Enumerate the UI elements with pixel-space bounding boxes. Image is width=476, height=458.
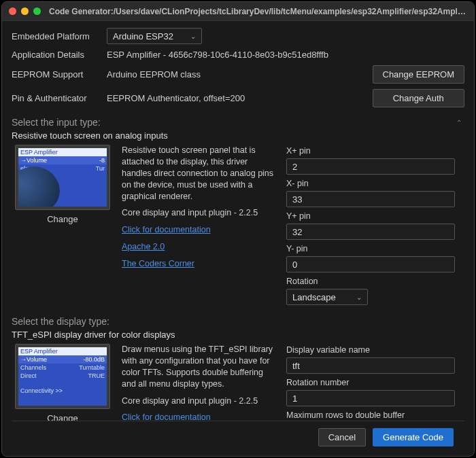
plugins-scroll[interactable]: Select the input type: ⌃ Resistive touch… xyxy=(12,113,464,421)
generate-code-button[interactable]: Generate Code xyxy=(373,428,454,446)
code-generator-window: Code Generator:/Users/dave/CLionProjects… xyxy=(1,1,475,457)
window-title: Code Generator:/Users/dave/CLionProjects… xyxy=(49,7,467,16)
close-icon[interactable] xyxy=(9,7,16,15)
display-section-header: Select the display type: xyxy=(12,316,462,327)
display-plugin-description: Draw menus using the TFT_eSPI library wi… xyxy=(122,344,278,421)
display-change-button[interactable]: Change xyxy=(47,413,78,421)
app-details-label: Application Details xyxy=(12,50,107,60)
maximize-icon[interactable] xyxy=(33,7,41,15)
display-plugin-props: Display variable name Rotation number Ma… xyxy=(286,344,462,421)
yminus-pin-input[interactable] xyxy=(286,256,455,272)
top-settings: Embedded Platform Arduino ESP32 ⌄ Applic… xyxy=(12,28,464,107)
change-auth-button[interactable]: Change Auth xyxy=(373,89,465,107)
yplus-pin-input[interactable] xyxy=(286,224,455,240)
display-var-input[interactable] xyxy=(286,357,455,374)
titlebar: Code Generator:/Users/dave/CLionProjects… xyxy=(2,2,474,21)
display-plugin-title: TFT_eSPI display driver for color displa… xyxy=(12,330,462,340)
app-details-value: ESP Amplifier - 4656c798-10c6-4110-8e03-… xyxy=(107,50,464,60)
platform-label: Embedded Platform xyxy=(12,31,107,41)
input-plugin-description: Resistive touch screen panel that is att… xyxy=(122,145,278,305)
content-area: Embedded Platform Arduino ESP32 ⌄ Applic… xyxy=(2,21,474,456)
input-section-header: Select the input type: ⌃ xyxy=(12,117,462,128)
xplus-pin-input[interactable] xyxy=(286,158,455,175)
display-plugin-block: ESP Amplifier →Volume-80.0dB ChannelsTur… xyxy=(12,344,462,421)
pin-auth-label: Pin & Authenticator xyxy=(12,93,107,103)
scroll-up-icon[interactable]: ⌃ xyxy=(456,119,462,126)
minimize-icon[interactable] xyxy=(21,7,29,15)
display-doc-link[interactable]: Click for documentation xyxy=(122,412,278,421)
xminus-pin-input[interactable] xyxy=(286,191,455,207)
input-author-link[interactable]: The Coders Corner xyxy=(122,258,278,270)
change-eeprom-button[interactable]: Change EEPROM xyxy=(373,65,465,84)
rotation-select[interactable]: Landscape ⌄ xyxy=(286,289,368,305)
platform-value: Arduino ESP32 xyxy=(113,31,173,41)
input-change-button[interactable]: Change xyxy=(47,214,78,224)
eeprom-label: EEPROM Support xyxy=(12,69,107,80)
window-controls xyxy=(9,7,41,15)
chevron-down-icon: ⌄ xyxy=(190,33,196,40)
dialog-footer: Cancel Generate Code xyxy=(12,421,464,456)
display-plugin-thumbnail: ESP Amplifier →Volume-80.0dB ChannelsTur… xyxy=(15,344,110,409)
rotation-number-input[interactable] xyxy=(286,390,455,406)
input-doc-link[interactable]: Click for documentation xyxy=(122,224,278,236)
input-license-link[interactable]: Apache 2.0 xyxy=(122,241,278,253)
chevron-down-icon: ⌄ xyxy=(356,294,362,301)
cancel-button[interactable]: Cancel xyxy=(318,428,366,446)
input-plugin-block: ESP Amplifier →Volume-8 elsTur ect Chang… xyxy=(12,145,462,305)
platform-select[interactable]: Arduino ESP32 ⌄ xyxy=(107,28,202,44)
input-plugin-props: X+ pin X- pin Y+ pin Y- pin Rotation Lan… xyxy=(286,145,462,305)
eeprom-value: Arduino EEPROM class xyxy=(107,69,373,80)
input-plugin-thumbnail: ESP Amplifier →Volume-8 elsTur ect xyxy=(15,145,110,210)
input-plugin-title: Resistive touch screen on analog inputs xyxy=(12,130,462,141)
pin-auth-value: EEPROM Authenticator, offset=200 xyxy=(107,93,373,103)
